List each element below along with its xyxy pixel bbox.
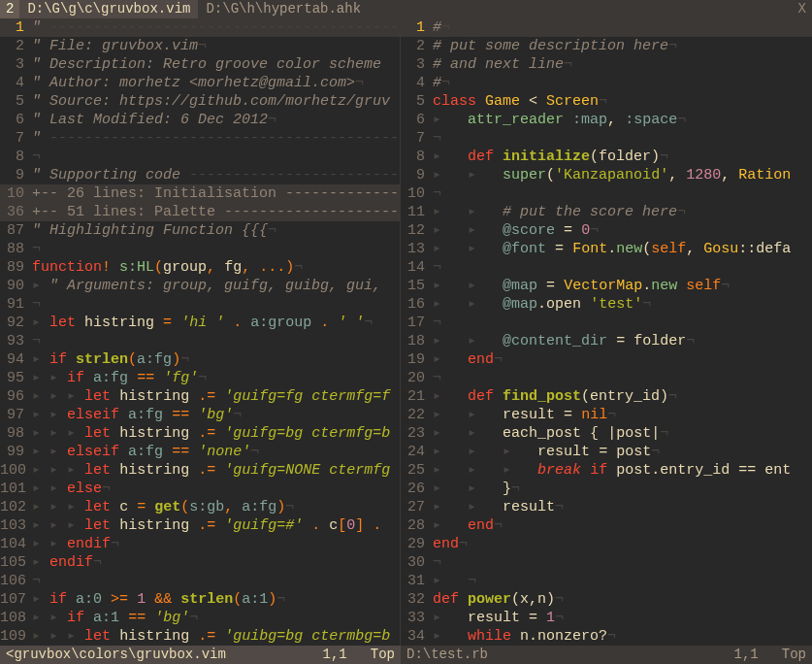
code-line[interactable]: ▸ " Arguments: group, guifg, guibg, gui, xyxy=(32,277,400,295)
code-line[interactable]: ¬ xyxy=(433,369,812,387)
code-line[interactable]: ¬ xyxy=(32,148,400,166)
left-code[interactable]: 1" -------------------------------------… xyxy=(0,18,400,646)
code-line[interactable]: # put some description here¬ xyxy=(433,37,812,55)
code-line[interactable]: " --------------------------------------… xyxy=(32,18,400,37)
code-line[interactable]: ¬ xyxy=(433,184,812,203)
code-line[interactable]: ▸ def find_post(entry_id)¬ xyxy=(433,387,812,406)
gutter: 29 xyxy=(401,535,433,553)
code-line[interactable]: ▸ ▸ ▸ let histring .= 'guibg=bg ctermbg=… xyxy=(32,627,400,646)
gutter: 107 xyxy=(0,590,32,609)
code-line[interactable]: ▸ attr_reader :map, :space¬ xyxy=(433,111,812,129)
right-pane[interactable]: 1#¬2# put some description here¬3# and n… xyxy=(401,18,812,646)
gutter: 16 xyxy=(401,295,433,314)
code-line[interactable]: ¬ xyxy=(32,572,400,590)
code-line[interactable]: ▸ ▸ @content_dir = folder¬ xyxy=(433,332,812,350)
code-line[interactable]: ¬ xyxy=(433,314,812,332)
code-line[interactable]: ¬ xyxy=(32,332,400,350)
code-line[interactable]: ▸ ▸ ▸ break if post.entry_id == ent xyxy=(433,461,812,480)
gutter: 96 xyxy=(0,387,32,406)
code-line[interactable]: " Author: morhetz <morhetz@gmail.com>¬ xyxy=(32,74,400,92)
code-line[interactable]: ▸ result = 1¬ xyxy=(433,609,812,627)
code-line[interactable]: ▸ while n.nonzero?¬ xyxy=(433,627,812,646)
code-line[interactable]: ¬ xyxy=(433,553,812,572)
code-line[interactable]: +-- 26 lines: Initialisation -----------… xyxy=(32,184,400,203)
code-line[interactable]: # and next line¬ xyxy=(433,55,812,74)
code-line[interactable]: " Highlighting Function {{{¬ xyxy=(32,221,400,240)
gutter: 92 xyxy=(0,314,32,332)
gutter: 10 xyxy=(0,184,32,203)
code-line[interactable]: ▸ ▸ ▸ let histring .= 'guifg=bg ctermfg=… xyxy=(32,424,400,443)
code-line[interactable]: ▸ end¬ xyxy=(433,516,812,535)
code-line[interactable]: ¬ xyxy=(32,240,400,258)
code-line[interactable]: ▸ if a:0 >= 1 && strlen(a:1)¬ xyxy=(32,590,400,609)
code-line[interactable]: ▸ def initialize(folder)¬ xyxy=(433,148,812,166)
code-line[interactable]: ▸ ▸ ▸ let histring .= 'guifg=NONE ctermf… xyxy=(32,461,400,480)
gutter: 8 xyxy=(0,148,32,166)
close-icon[interactable]: X xyxy=(793,0,812,18)
gutter: 13 xyxy=(401,240,433,258)
tab-1[interactable]: D:\G\h\hypertab.ahk xyxy=(198,0,369,18)
code-line[interactable]: ▸ if strlen(a:fg)¬ xyxy=(32,350,400,369)
gutter: 97 xyxy=(0,406,32,424)
code-line[interactable]: ▸ ▸ ▸ let c = get(s:gb, a:fg)¬ xyxy=(32,498,400,516)
tab-count: 2 xyxy=(0,0,19,18)
code-line[interactable]: ▸ ▸ @score = 0¬ xyxy=(433,221,812,240)
code-line[interactable]: " Source: https://github.com/morhetz/gru… xyxy=(32,92,400,111)
code-line[interactable]: function! s:HL(group, fg, ...)¬ xyxy=(32,258,400,277)
right-code[interactable]: 1#¬2# put some description here¬3# and n… xyxy=(401,18,812,646)
code-line[interactable]: ▸ let histring = 'hi ' . a:group . ' '¬ xyxy=(32,314,400,332)
code-line[interactable]: ▸ ▸ ▸ let histring .= 'guifg=#' . c[0] . xyxy=(32,516,400,535)
code-line[interactable]: ▸ ▸ elseif a:fg == 'bg'¬ xyxy=(32,406,400,424)
code-line[interactable]: ▸ ▸ result = nil¬ xyxy=(433,406,812,424)
code-line[interactable]: ▸ ▸ super('Kanzapanoid', 1280, Ration xyxy=(433,166,812,184)
gutter: 95 xyxy=(0,369,32,387)
code-line[interactable]: ▸ ▸ else¬ xyxy=(32,480,400,498)
code-line[interactable]: ▸ ¬ xyxy=(433,572,812,590)
gutter: 104 xyxy=(0,535,32,553)
code-line[interactable]: ▸ ▸ if a:1 == 'bg'¬ xyxy=(32,609,400,627)
gutter: 89 xyxy=(0,258,32,277)
code-line[interactable]: ¬ xyxy=(32,295,400,314)
code-line[interactable]: ¬ xyxy=(433,258,812,277)
code-line[interactable]: end¬ xyxy=(433,535,812,553)
code-line[interactable]: " File: gruvbox.vim¬ xyxy=(32,37,400,55)
code-line[interactable]: ▸ ▸ result¬ xyxy=(433,498,812,516)
gutter: 21 xyxy=(401,387,433,406)
code-line[interactable]: #¬ xyxy=(433,74,812,92)
code-line[interactable]: ▸ ▸ ▸ let histring .= 'guifg=fg ctermfg=… xyxy=(32,387,400,406)
code-line[interactable]: ▸ ▸ ▸ result = post¬ xyxy=(433,443,812,461)
code-line[interactable]: " Last Modified: 6 Dec 2012¬ xyxy=(32,111,400,129)
code-line[interactable]: ▸ ▸ each_post { |post|¬ xyxy=(433,424,812,443)
code-line[interactable]: " Description: Retro groove color scheme xyxy=(32,55,400,74)
left-pane[interactable]: 1" -------------------------------------… xyxy=(0,18,401,646)
tab-0[interactable]: D:\G\g\c\gruvbox.vim xyxy=(19,0,198,18)
gutter: 9 xyxy=(401,166,433,184)
gutter: 18 xyxy=(401,332,433,350)
gutter: 28 xyxy=(401,516,433,535)
gutter: 93 xyxy=(0,332,32,350)
code-line[interactable]: ▸ ▸ @font = Font.new(self, Gosu::defa xyxy=(433,240,812,258)
code-line[interactable]: def power(x,n)¬ xyxy=(433,590,812,609)
status-pct: Top xyxy=(782,646,806,664)
code-line[interactable]: ¬ xyxy=(433,129,812,148)
code-line[interactable]: ▸ ▸ elseif a:fg == 'none'¬ xyxy=(32,443,400,461)
code-line[interactable]: ▸ ▸ # put the score here¬ xyxy=(433,203,812,221)
code-line[interactable]: ▸ endif¬ xyxy=(32,553,400,572)
code-line[interactable]: " Supporting code ----------------------… xyxy=(32,166,400,184)
code-line[interactable]: ▸ ▸ endif¬ xyxy=(32,535,400,553)
code-line[interactable]: ▸ ▸ @map.open 'test'¬ xyxy=(433,295,812,314)
code-line[interactable]: " --------------------------------------… xyxy=(32,129,400,148)
code-line[interactable]: ▸ ▸ }¬ xyxy=(433,480,812,498)
code-line[interactable]: ▸ ▸ @map = VectorMap.new self¬ xyxy=(433,277,812,295)
code-line[interactable]: #¬ xyxy=(433,18,812,37)
status-left: <gruvbox\colors\gruvbox.vim 1,1 Top xyxy=(0,646,401,664)
gutter: 106 xyxy=(0,572,32,590)
gutter: 25 xyxy=(401,461,433,480)
code-line[interactable]: +-- 51 lines: Palette ------------------… xyxy=(32,203,400,221)
code-line[interactable]: ▸ end¬ xyxy=(433,350,812,369)
gutter: 6 xyxy=(401,111,433,129)
gutter: 90 xyxy=(0,277,32,295)
code-line[interactable]: ▸ ▸ if a:fg == 'fg'¬ xyxy=(32,369,400,387)
gutter: 24 xyxy=(401,443,433,461)
code-line[interactable]: class Game < Screen¬ xyxy=(433,92,812,111)
